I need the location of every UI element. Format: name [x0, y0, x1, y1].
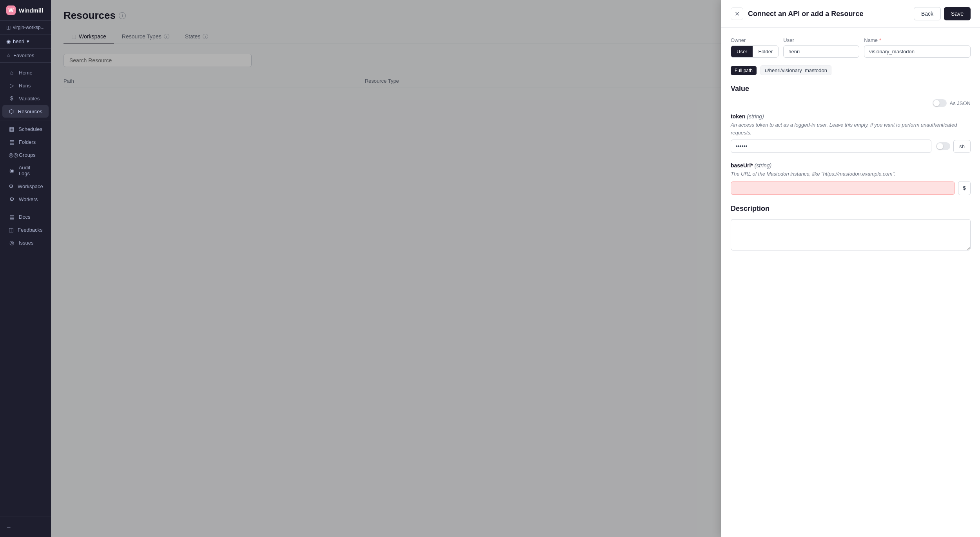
token-input[interactable] — [731, 140, 931, 153]
save-button[interactable]: Save — [944, 7, 971, 20]
description-textarea[interactable] — [731, 219, 971, 250]
value-section-title: Value — [731, 85, 971, 93]
user-field-label: User — [783, 37, 859, 43]
sidebar-item-issues[interactable]: ◎ Issues — [2, 236, 49, 249]
sidebar-item-workers[interactable]: ⚙ Workers — [2, 193, 49, 205]
sidebar-item-resources[interactable]: ⬡ Resources — [2, 105, 49, 118]
back-arrow-icon: ← — [6, 524, 11, 530]
base-url-field-block: baseUrl* (string) The URL of the Mastodo… — [731, 162, 971, 195]
base-url-field-type: (string) — [755, 162, 772, 169]
token-show-toggle[interactable] — [936, 142, 950, 150]
sidebar-item-label: Folders — [19, 139, 36, 145]
workspace-label: virgin-worksp... — [13, 25, 45, 30]
sidebar: W Windmill ◫ virgin-worksp... ◉ henri ▾ … — [0, 0, 51, 537]
docs-icon: ▤ — [9, 214, 15, 220]
folders-icon: ▤ — [9, 139, 15, 145]
panel-title-row: ✕ Connect an API or add a Resource — [731, 7, 863, 20]
name-field-label: Name * — [864, 37, 971, 43]
owner-toggle-group: User Folder — [731, 45, 779, 58]
sidebar-item-label: Home — [19, 70, 33, 76]
full-path-badge: Full path — [731, 66, 757, 75]
user-section: User — [783, 37, 859, 58]
issues-icon: ◎ — [9, 239, 15, 246]
name-input[interactable] — [864, 45, 971, 58]
base-url-field-name: baseUrl* (string) — [731, 162, 971, 169]
sidebar-item-folders[interactable]: ▤ Folders — [2, 136, 49, 148]
sidebar-item-label: Resources — [18, 109, 42, 114]
user-label: henri — [13, 38, 24, 44]
main-nav: ⌂ Home ▷ Runs $ Variables ⬡ Resources ▦ … — [0, 63, 51, 517]
feedbacks-icon: ◫ — [9, 227, 14, 233]
token-input-row: sh — [731, 140, 971, 153]
name-section: Name * — [864, 37, 971, 58]
logo-icon: W — [6, 5, 16, 15]
token-field-desc: An access token to act as a logged-in us… — [731, 121, 971, 136]
side-panel: ✕ Connect an API or add a Resource Back … — [721, 0, 980, 537]
owner-folder-button[interactable]: Folder — [753, 46, 778, 57]
sidebar-item-label: Feedbacks — [18, 227, 43, 233]
favorites-item[interactable]: ☆ Favorites — [0, 49, 51, 63]
workers-icon: ⚙ — [9, 196, 15, 202]
sidebar-item-label: Workspace — [18, 183, 43, 189]
sidebar-item-label: Workers — [19, 196, 38, 202]
panel-header: ✕ Connect an API or add a Resource Back … — [721, 0, 980, 28]
sidebar-item-docs[interactable]: ▤ Docs — [2, 210, 49, 223]
home-icon: ⌂ — [9, 69, 15, 76]
sidebar-item-feedbacks[interactable]: ◫ Feedbacks — [2, 223, 49, 236]
user-menu[interactable]: ◉ henri ▾ — [0, 34, 51, 49]
workspace-switcher[interactable]: ◫ virgin-worksp... — [0, 21, 51, 34]
owner-row: Owner User Folder User Name * — [731, 37, 971, 58]
token-show-button[interactable]: sh — [953, 140, 971, 153]
workspace-settings-icon: ⚙ — [9, 183, 14, 189]
runs-icon: ▷ — [9, 82, 15, 89]
app-name: Windmill — [19, 7, 43, 14]
sidebar-item-schedules[interactable]: ▦ Schedules — [2, 123, 49, 135]
sidebar-item-label: Audit Logs — [19, 165, 42, 176]
base-url-input[interactable] — [731, 181, 955, 195]
base-url-var-button[interactable]: $ — [958, 181, 971, 195]
sidebar-item-variables[interactable]: $ Variables — [2, 92, 49, 105]
name-required: * — [879, 37, 881, 43]
token-field-type: (string) — [747, 113, 764, 120]
app-logo: W Windmill — [0, 0, 51, 21]
nav-divider — [0, 120, 51, 120]
schedules-icon: ▦ — [9, 126, 15, 132]
base-url-input-row: $ — [731, 181, 971, 195]
description-section-title: Description — [731, 205, 971, 213]
panel-body: Owner User Folder User Name * — [721, 28, 980, 261]
owner-user-button[interactable]: User — [731, 46, 753, 57]
panel-actions: Back Save — [914, 7, 971, 20]
user-input[interactable] — [783, 45, 859, 58]
panel-title: Connect an API or add a Resource — [748, 10, 863, 18]
sidebar-item-label: Groups — [19, 152, 36, 158]
owner-section: Owner User Folder — [731, 37, 779, 58]
as-json-row: As JSON — [731, 99, 971, 107]
token-field-block: token (string) An access token to act as… — [731, 113, 971, 153]
sidebar-item-runs[interactable]: ▷ Runs — [2, 79, 49, 92]
sidebar-item-label: Variables — [19, 96, 40, 102]
audit-logs-icon: ◉ — [9, 167, 15, 174]
workspace-icon: ◫ — [6, 25, 11, 30]
sidebar-item-groups[interactable]: ◎◎ Groups — [2, 149, 49, 161]
sidebar-item-workspace[interactable]: ⚙ Workspace — [2, 180, 49, 192]
sidebar-item-label: Docs — [19, 214, 31, 220]
resources-icon: ⬡ — [9, 108, 14, 114]
sidebar-item-audit-logs[interactable]: ◉ Audit Logs — [2, 161, 49, 180]
as-json-toggle[interactable] — [933, 99, 947, 107]
footer-divider — [0, 208, 51, 208]
back-button[interactable]: Back — [914, 7, 941, 20]
sidebar-item-label: Schedules — [18, 126, 42, 132]
user-icon: ◉ — [6, 38, 11, 44]
as-json-label: As JSON — [950, 100, 971, 106]
base-url-field-desc: The URL of the Mastodon instance, like "… — [731, 170, 971, 178]
sidebar-back-button[interactable]: ← — [0, 520, 51, 534]
full-path-value: u/henri/visionary_mastodon — [760, 65, 831, 75]
user-chevron-icon: ▾ — [27, 38, 29, 44]
variables-icon: $ — [9, 95, 15, 102]
panel-close-button[interactable]: ✕ — [731, 7, 743, 20]
favorites-label: Favorites — [13, 53, 34, 58]
groups-icon: ◎◎ — [9, 152, 15, 158]
full-path-row: Full path u/henri/visionary_mastodon — [731, 65, 971, 75]
sidebar-item-home[interactable]: ⌂ Home — [2, 66, 49, 79]
main-content: Resources i ◫ Workspace Resource Types i… — [51, 0, 980, 537]
